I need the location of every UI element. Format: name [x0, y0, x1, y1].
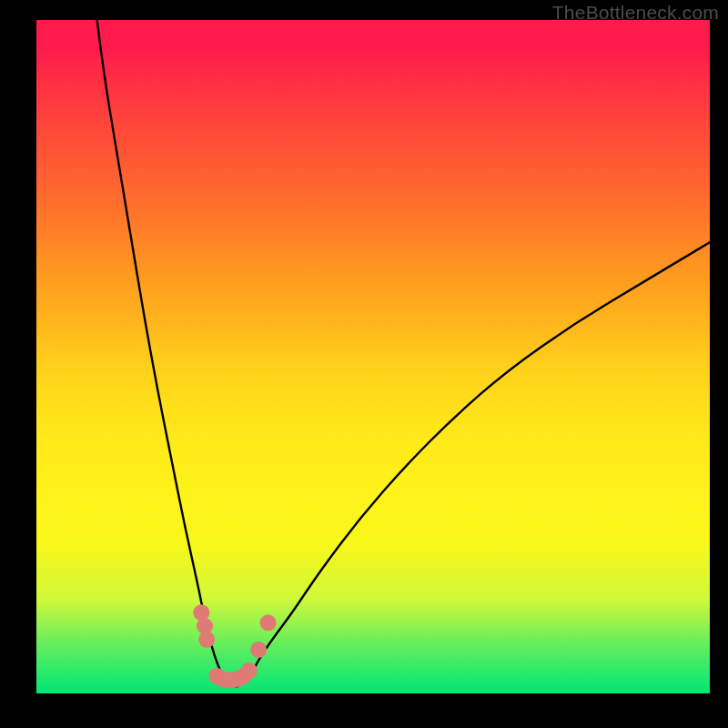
curve-marker — [250, 642, 267, 658]
plot-area — [36, 20, 710, 693]
bottleneck-curve — [36, 20, 710, 693]
chart-frame: TheBottleneck.com — [0, 0, 728, 728]
curve-marker — [241, 662, 258, 679]
curve-marker — [198, 632, 215, 648]
curve-marker — [260, 614, 277, 631]
